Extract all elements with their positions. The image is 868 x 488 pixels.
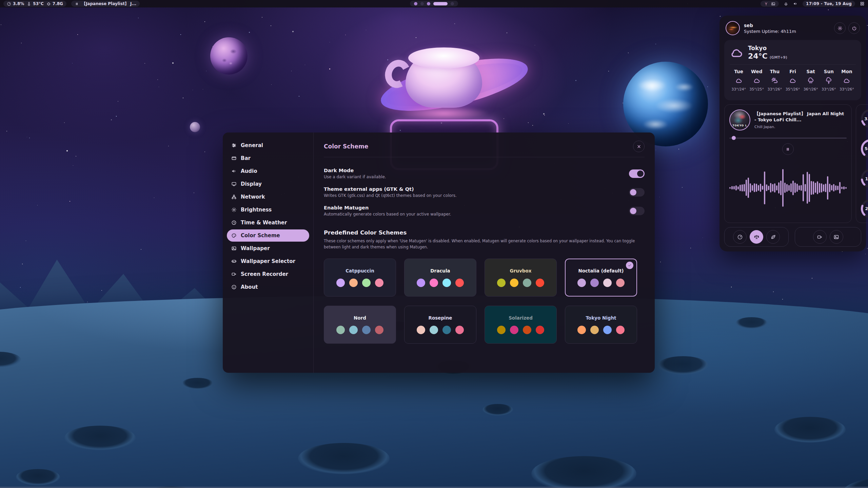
sidebar-item-time-weather[interactable]: Time & Weather	[227, 217, 309, 229]
color-swatch	[442, 279, 451, 287]
image-icon[interactable]	[771, 2, 775, 6]
visualizer-bar	[729, 187, 731, 189]
profile-button-gauge[interactable]	[733, 230, 747, 244]
workspace-dot-2[interactable]	[420, 2, 424, 5]
toggle-switch[interactable]	[629, 207, 645, 215]
scheme-card-catppuccin[interactable]: Catppuccin	[324, 259, 396, 297]
scheme-card-dracula[interactable]: Dracula	[404, 259, 476, 297]
scheme-swatches	[577, 279, 625, 287]
pause-button[interactable]	[782, 143, 794, 155]
scheme-card-solarized[interactable]: Solarized	[485, 306, 557, 344]
color-swatch	[523, 279, 531, 287]
visualizer-bar	[837, 186, 839, 190]
bar-left-cluster: 3.8%53°C7.8G 【Japanese Playlist】 J...	[3, 0, 140, 7]
color-swatch	[603, 279, 612, 287]
sidebar-item-label: Time & Weather	[241, 220, 287, 226]
workspace-dot-1[interactable]	[414, 2, 417, 5]
scheme-card-gruvbox[interactable]: Gruvbox	[485, 259, 557, 297]
utility-button-video[interactable]	[813, 230, 827, 244]
sidebar-item-audio[interactable]: Audio	[227, 165, 309, 177]
leaf-icon	[770, 234, 776, 240]
bell-icon[interactable]	[784, 1, 788, 6]
visualizer-bar	[782, 169, 784, 207]
scheme-name: Solarized	[509, 315, 533, 321]
bar-media-pill[interactable]: 【Japanese Playlist】 J...	[71, 1, 140, 7]
toggle-switch[interactable]	[629, 169, 645, 178]
sidebar-item-about[interactable]: About	[227, 281, 309, 293]
workspace-dot-5[interactable]	[451, 2, 454, 5]
workspace-dot-4[interactable]	[433, 2, 448, 5]
profile-button-scales[interactable]	[750, 230, 763, 244]
color-swatch	[442, 326, 451, 334]
apps-grid-icon[interactable]	[860, 1, 865, 6]
sidebar-item-wallpaper-selector[interactable]: Wallpaper Selector	[227, 255, 309, 267]
visualizer-bar	[786, 184, 788, 192]
setting-description: Writes GTK (gtk.css) and Qt (qt6ct) them…	[324, 193, 629, 198]
scheme-name: Noctalia (default)	[578, 268, 624, 273]
workspace-dot-3[interactable]	[427, 2, 430, 5]
scheme-name: Rosepine	[429, 315, 452, 321]
color-swatch	[510, 279, 518, 287]
visualizer-bar	[772, 184, 773, 191]
visualizer-bar	[839, 182, 841, 194]
scheme-name: Tokyo Night	[586, 315, 616, 321]
weather-header: Tokyo 24°C (GMT+9)	[730, 45, 856, 60]
color-swatch	[349, 326, 358, 334]
sidebar-item-wallpaper[interactable]: Wallpaper	[227, 242, 309, 255]
system-stats-pill[interactable]: 3.8%53°C7.8G	[3, 1, 66, 7]
settings-button[interactable]	[834, 22, 846, 34]
star	[194, 192, 194, 193]
close-button[interactable]	[633, 141, 645, 152]
star	[291, 71, 292, 71]
scheme-card-noctalia-default-[interactable]: Noctalia (default)	[565, 259, 637, 297]
sidebar-item-network[interactable]: Network	[227, 191, 309, 203]
visualizer-bar	[813, 181, 814, 195]
profile-button-leaf[interactable]	[766, 230, 780, 244]
image-icon	[833, 234, 839, 240]
sun-cloud-icon	[771, 77, 778, 84]
chip-icon	[46, 2, 51, 6]
scheme-card-tokyo-night[interactable]: Tokyo Night	[565, 306, 637, 344]
forecast-day-mon: Mon33°/26°	[838, 69, 856, 92]
color-swatch	[430, 279, 438, 287]
crater	[657, 356, 708, 374]
seek-knob[interactable]	[732, 136, 736, 140]
color-swatch	[510, 326, 518, 334]
visualizer-bar	[735, 185, 737, 190]
section-description: These color schemes only apply when 'Use…	[324, 238, 645, 250]
utility-button-image[interactable]	[830, 230, 843, 244]
visualizer-bar	[794, 183, 796, 193]
workspace-indicator[interactable]	[410, 1, 458, 6]
system-tray-pill[interactable]	[761, 1, 779, 7]
sidebar-item-general[interactable]: General	[227, 139, 309, 151]
sidebar-item-label: Screen Recorder	[241, 271, 288, 277]
visualizer-bar	[796, 184, 798, 192]
audio-visualizer	[729, 158, 847, 218]
toggle-knob	[637, 170, 644, 177]
sidebar-item-label: Brightness	[241, 207, 272, 213]
sidebar-item-screen-recorder[interactable]: Screen Recorder	[227, 268, 309, 280]
settings-window: GeneralBarAudioDisplayNetworkBrightnessT…	[223, 133, 655, 373]
power-button[interactable]	[848, 22, 860, 34]
forecast-day-tue: Tue33°/24°	[730, 69, 748, 92]
seek-bar[interactable]	[729, 136, 847, 140]
forecast-day-label: Sat	[806, 69, 815, 74]
visualizer-bar	[762, 186, 763, 190]
visualizer-bar	[768, 186, 769, 190]
sidebar-item-bar[interactable]: Bar	[227, 152, 309, 164]
screen-bottom-edge	[0, 487, 868, 488]
clock-pill[interactable]: 17:09 - Tue, 19 Aug	[803, 1, 855, 7]
scheme-swatches	[336, 279, 383, 287]
sidebar-item-display[interactable]: Display	[227, 178, 309, 190]
toggle-switch[interactable]	[629, 188, 645, 197]
scheme-card-nord[interactable]: Nord	[324, 306, 396, 344]
sidebar-item-color-scheme[interactable]: Color Scheme	[227, 229, 309, 242]
setting-label: Theme external apps (GTK & Qt)	[324, 186, 629, 192]
tray-app-icon[interactable]	[764, 2, 768, 6]
scheme-name: Dracula	[430, 268, 450, 273]
speaker-icon[interactable]	[793, 1, 798, 6]
forecast-temps: 33°/24°	[731, 87, 746, 92]
scheme-card-rosepine[interactable]: Rosepine	[404, 306, 476, 344]
sidebar-item-brightness[interactable]: Brightness	[227, 204, 309, 216]
panel-buttons-row	[724, 227, 861, 247]
